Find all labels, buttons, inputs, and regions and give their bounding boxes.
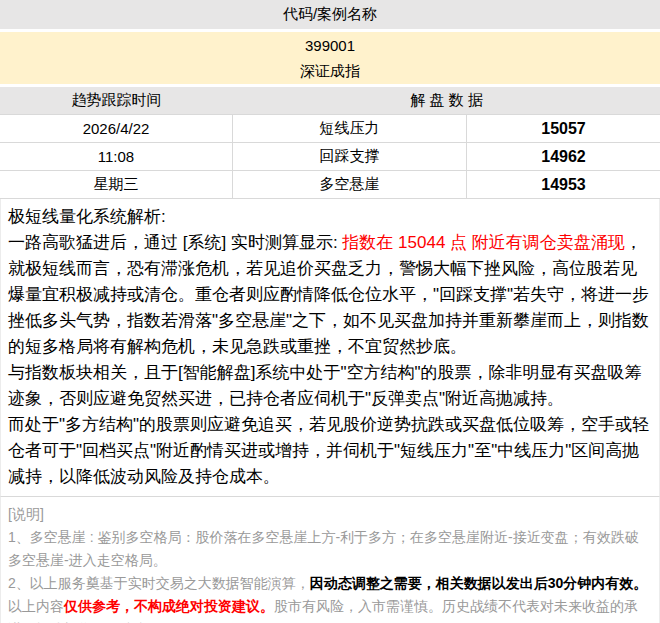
table-row: 2026/4/22 短线压力 15057 bbox=[0, 115, 660, 143]
analysis-lead-text: 一路高歌猛进后，通过 [系统] 实时测算显示: bbox=[8, 233, 342, 252]
indicator-label-cell: 短线压力 bbox=[233, 115, 467, 142]
analysis-paragraph-long-structure: 而处于"多方结构"的股票则应避免追买，若见股价逆势抗跌或买盘低位吸筹，空手或轻仓… bbox=[8, 412, 652, 490]
data-column-header: 解 盘 数 据 bbox=[233, 91, 660, 110]
stock-name: 深证成指 bbox=[0, 58, 660, 84]
note-item-definition: 1、多空悬崖 : 鉴别多空格局：股价落在多空悬崖上方-利于多方；在多空悬崖附近-… bbox=[8, 526, 652, 572]
time-column-header: 趋势跟踪时间 bbox=[0, 91, 233, 110]
trend-time-cell: 星期三 bbox=[0, 171, 233, 198]
indicator-value-cell: 14953 bbox=[467, 171, 660, 198]
alert-text: 指数在 15044 点 附近有调仓卖盘涌现 bbox=[342, 233, 624, 252]
analysis-paragraph-main: 一路高歌猛进后，通过 [系统] 实时测算显示: 指数在 15044 点 附近有调… bbox=[8, 230, 652, 360]
trend-time-cell: 11:08 bbox=[0, 143, 233, 170]
column-header-row: 趋势跟踪时间 解 盘 数 据 bbox=[0, 87, 660, 114]
analysis-title: 极短线量化系统解析: bbox=[8, 204, 652, 230]
notes-section: [说明] 1、多空悬崖 : 鉴别多空格局：股价落在多空悬崖上方-利于多方；在多空… bbox=[0, 497, 660, 623]
indicator-value-cell: 14962 bbox=[467, 143, 660, 170]
note-item-disclaimer: 2、以上服务奠基于实时交易之大数据智能演算，因动态调整之需要，相关数据以发出后3… bbox=[8, 572, 652, 623]
table-row: 11:08 回踩支撑 14962 bbox=[0, 143, 660, 171]
indicator-label-cell: 回踩支撑 bbox=[233, 143, 467, 170]
indicator-label-cell: 多空悬崖 bbox=[233, 171, 467, 198]
stock-code: 399001 bbox=[0, 32, 660, 58]
disclaimer-gray-text: 以上内容 bbox=[8, 598, 64, 614]
notes-label: [说明] bbox=[8, 503, 652, 526]
stock-analysis-report: 代码/案例名称 399001 深证成指 趋势跟踪时间 解 盘 数 据 2026/… bbox=[0, 0, 660, 623]
indicator-value-cell: 15057 bbox=[467, 115, 660, 142]
analysis-paragraph-short-structure: 与指数板块相关，且于[智能解盘]系统中处于"空方结构"的股票，除非明显有买盘吸筹… bbox=[8, 360, 652, 412]
disclaimer-bold-text: 因动态调整之需要，相关数据以发出后30分钟内有效。 bbox=[310, 575, 648, 591]
disclaimer-gray-text: 2、以上服务奠基于实时交易之大数据智能演算， bbox=[8, 575, 310, 591]
table-row: 星期三 多空悬崖 14953 bbox=[0, 171, 660, 199]
report-header-title: 代码/案例名称 bbox=[283, 5, 377, 24]
report-header-row: 代码/案例名称 bbox=[0, 0, 660, 29]
analysis-section: 极短线量化系统解析: 一路高歌猛进后，通过 [系统] 实时测算显示: 指数在 1… bbox=[0, 199, 660, 497]
trend-time-cell: 2026/4/22 bbox=[0, 115, 233, 142]
disclaimer-red-warning-text: 仅供参考，不构成绝对投资建议。 bbox=[64, 598, 274, 614]
stock-identity-block: 399001 深证成指 bbox=[0, 32, 660, 84]
indicator-table: 2026/4/22 短线压力 15057 11:08 回踩支撑 14962 星期… bbox=[0, 114, 660, 199]
